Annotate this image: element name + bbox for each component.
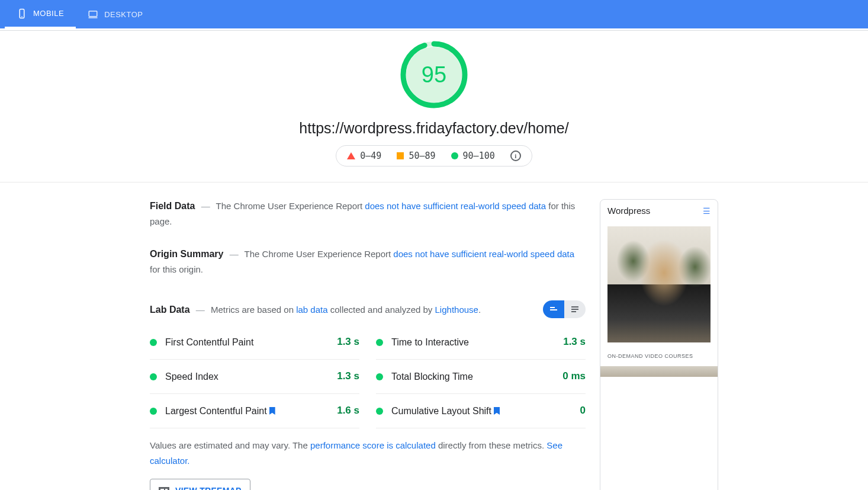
dash: —	[196, 305, 205, 315]
tab-mobile-label: MOBILE	[33, 9, 64, 18]
svg-rect-2	[89, 11, 97, 17]
metric-name: Time to Interactive	[391, 334, 563, 350]
score-legend: 0–49 50–89 90–100 i	[336, 145, 532, 166]
metric-row: Time to Interactive1.3 s	[376, 325, 586, 360]
score-section: 95 https://wordpress.fridayfactory.dev/h…	[0, 31, 868, 182]
status-dot	[150, 339, 157, 346]
expanded-view-icon	[570, 305, 580, 314]
metric-name: First Contentful Paint	[165, 334, 337, 350]
metric-row: Cumulative Layout Shift0	[376, 394, 586, 428]
preview-hero-image	[607, 226, 711, 342]
legend-high-range: 90–100	[463, 150, 495, 161]
metric-name: Total Blocking Time	[391, 369, 562, 385]
legend-mid-range: 50–89	[409, 150, 435, 161]
tab-desktop[interactable]: DESKTOP	[76, 0, 155, 28]
metric-value: 0 ms	[562, 368, 586, 385]
origin-summary-text-suffix: for this origin.	[150, 264, 203, 274]
field-data-section: Field Data — The Chrome User Experience …	[150, 198, 586, 229]
view-toggle	[543, 300, 586, 318]
metric-value: 0	[580, 402, 586, 419]
origin-summary-section: Origin Summary — The Chrome User Experie…	[150, 246, 586, 277]
view-treemap-button[interactable]: VIEW TREEMAP	[150, 479, 250, 490]
field-data-title: Field Data	[150, 201, 195, 211]
tested-url: https://wordpress.fridayfactory.dev/home…	[0, 120, 868, 137]
origin-summary-link[interactable]: does not have sufficient real-world spee…	[393, 249, 574, 259]
device-tabs: MOBILE DESKTOP	[0, 0, 868, 28]
metric-name: Largest Contentful Paint	[165, 403, 337, 419]
preview-header: Wordpress ☰	[600, 200, 718, 222]
metric-row: Largest Contentful Paint1.6 s	[150, 394, 359, 428]
lab-data-text-prefix: Metrics are based on	[211, 305, 296, 315]
legend-low: 0–49	[347, 150, 381, 161]
triangle-icon	[347, 152, 355, 159]
note-prefix: Values are estimated and may vary. The	[150, 440, 310, 450]
status-dot	[150, 373, 157, 380]
note-link1[interactable]: performance score is calculated	[310, 440, 436, 450]
origin-summary-text-prefix: The Chrome User Experience Report	[245, 249, 394, 259]
metrics-grid: First Contentful Paint1.3 sTime to Inter…	[150, 325, 586, 428]
square-icon	[397, 152, 404, 159]
desktop-icon	[88, 9, 98, 20]
circle-icon	[451, 152, 458, 159]
metric-value: 1.3 s	[337, 368, 359, 385]
lab-data-section: Lab Data — Metrics are based on lab data…	[150, 300, 586, 490]
metric-value: 1.3 s	[337, 334, 359, 351]
lab-data-link2[interactable]: Lighthouse	[435, 305, 478, 315]
lab-data-title: Lab Data	[150, 305, 190, 315]
tab-desktop-label: DESKTOP	[104, 10, 143, 19]
score-value: 95	[400, 40, 468, 109]
tab-mobile[interactable]: MOBILE	[5, 0, 76, 28]
preview-secondary-image	[600, 366, 718, 377]
page-preview: Wordpress ☰ ON-DEMAND VIDEO COURSES	[600, 199, 718, 490]
main-column: Field Data — The Chrome User Experience …	[150, 198, 586, 490]
legend-high: 90–100	[451, 150, 495, 161]
metric-value: 1.3 s	[563, 334, 586, 351]
preview-title: Wordpress	[607, 206, 650, 216]
lab-data-text-suffix: .	[478, 305, 481, 315]
hamburger-icon: ☰	[703, 206, 711, 216]
origin-summary-title: Origin Summary	[150, 249, 223, 259]
legend-mid: 50–89	[397, 150, 435, 161]
metric-name: Cumulative Layout Shift	[391, 403, 580, 419]
metric-name: Speed Index	[165, 369, 337, 385]
field-data-text-prefix: The Chrome User Experience Report	[216, 201, 365, 211]
metric-value: 1.6 s	[337, 402, 359, 419]
metrics-note: Values are estimated and may vary. The p…	[150, 438, 586, 468]
metric-row: Speed Index1.3 s	[150, 360, 359, 394]
mobile-icon	[17, 8, 27, 19]
legend-low-range: 0–49	[360, 150, 381, 161]
toggle-compact[interactable]	[543, 300, 564, 318]
metric-row: First Contentful Paint1.3 s	[150, 325, 359, 360]
score-gauge: 95	[400, 40, 468, 109]
status-dot	[150, 408, 157, 415]
bookmark-icon	[494, 407, 500, 415]
dash: —	[230, 249, 239, 259]
info-icon[interactable]: i	[510, 150, 521, 161]
lab-data-link1[interactable]: lab data	[296, 305, 327, 315]
status-dot	[376, 339, 383, 346]
bookmark-icon	[269, 407, 275, 415]
status-dot	[376, 408, 383, 415]
lab-data-text-mid: collected and analyzed by	[328, 305, 435, 315]
toggle-expanded[interactable]	[564, 300, 586, 318]
dash: —	[201, 201, 210, 211]
metric-row: Total Blocking Time0 ms	[376, 360, 586, 394]
preview-caption: ON-DEMAND VIDEO COURSES	[607, 342, 711, 366]
status-dot	[376, 373, 383, 380]
treemap-icon	[159, 487, 169, 490]
compact-view-icon	[549, 305, 558, 314]
view-treemap-label: VIEW TREEMAP	[175, 484, 242, 490]
note-mid: directly from these metrics.	[436, 440, 547, 450]
field-data-link[interactable]: does not have sufficient real-world spee…	[365, 201, 546, 211]
